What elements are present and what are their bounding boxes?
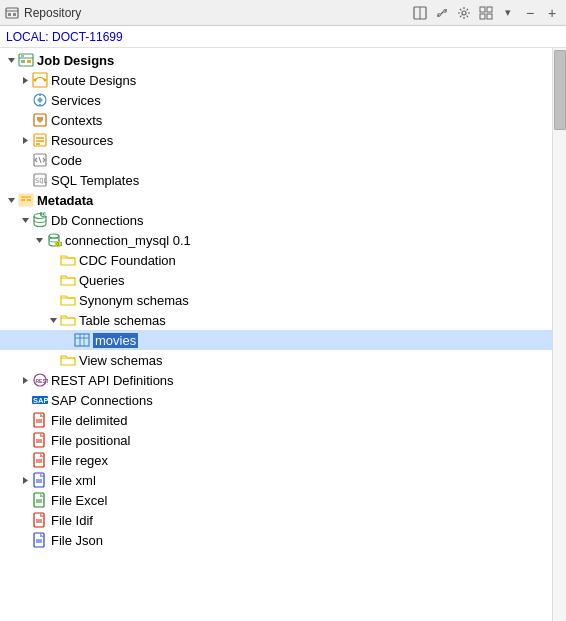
svg-point-8: [462, 11, 466, 15]
expand-icon-queries: [46, 273, 60, 287]
tree-item-services[interactable]: Services: [0, 90, 552, 110]
svg-rect-9: [480, 7, 485, 12]
file-red-icon: [32, 452, 48, 468]
rest-icon: REST: [32, 372, 48, 388]
expand-icon-route-designs[interactable]: [18, 73, 32, 87]
tree-label-view-schemas: View schemas: [79, 353, 163, 368]
expand-icon-file-json: [18, 533, 32, 547]
tree-item-rest-api[interactable]: RESTREST API Definitions: [0, 370, 552, 390]
svg-marker-50: [50, 318, 57, 323]
tree-item-sap-connections[interactable]: SAPSAP Connections: [0, 390, 552, 410]
svg-text:DB: DB: [42, 212, 49, 217]
scroll-thumb[interactable]: [554, 50, 566, 130]
tree-item-file-json[interactable]: File Json: [0, 530, 552, 550]
svg-rect-2: [8, 13, 11, 16]
tree-label-metadata: Metadata: [37, 193, 93, 208]
title-bar-left: Repository: [4, 5, 81, 21]
expand-icon-file-excel: [18, 493, 32, 507]
svg-line-33: [39, 157, 41, 163]
tree-label-sap-connections: SAP Connections: [51, 393, 153, 408]
svg-rect-51: [75, 334, 89, 346]
tree-item-movies[interactable]: movies: [0, 330, 552, 350]
expand-icon-code: [18, 153, 32, 167]
tree-label-resources: Resources: [51, 133, 113, 148]
svg-rect-16: [21, 60, 25, 63]
tree-item-table-schemas[interactable]: Table schemas: [0, 310, 552, 330]
tree-label-code: Code: [51, 153, 82, 168]
folder-icon: [60, 252, 76, 268]
svg-text:SQL: SQL: [35, 177, 48, 185]
settings-icon[interactable]: [454, 3, 474, 23]
link-icon[interactable]: [432, 3, 452, 23]
expand-icon-file-xml[interactable]: [18, 473, 32, 487]
tree-item-file-regex[interactable]: File regex: [0, 450, 552, 470]
expand-icon-sql-templates: [18, 173, 32, 187]
tree-item-resources[interactable]: Resources: [0, 130, 552, 150]
expand-icon-job-designs[interactable]: [4, 53, 18, 67]
expand-icon[interactable]: +: [542, 3, 562, 23]
tree-label-services: Services: [51, 93, 101, 108]
tree-label-file-delimited: File delimited: [51, 413, 128, 428]
tree-item-db-connections[interactable]: DBDb Connections: [0, 210, 552, 230]
title-bar-title: Repository: [24, 6, 81, 20]
tree-item-file-positional[interactable]: File positional: [0, 430, 552, 450]
svg-marker-55: [23, 377, 28, 384]
file-blue-icon: [32, 532, 48, 548]
services-icon: [32, 92, 48, 108]
tree-item-file-xml[interactable]: File xml: [0, 470, 552, 490]
tree-item-sql-templates[interactable]: SQLSQL Templates: [0, 170, 552, 190]
tree-item-metadata[interactable]: Metadata: [0, 190, 552, 210]
file-blue-icon: [32, 472, 48, 488]
svg-text:0.1: 0.1: [57, 242, 63, 247]
code-icon: [32, 152, 48, 168]
repository-icon: [4, 5, 20, 21]
tree-container: Job DesignsRoute DesignsServicesContexts…: [0, 48, 566, 621]
panel-icon[interactable]: [410, 3, 430, 23]
title-bar: Repository: [0, 0, 566, 26]
tree-label-queries: Queries: [79, 273, 125, 288]
expand-icon-connection-mysql[interactable]: [32, 233, 46, 247]
svg-rect-18: [21, 55, 24, 57]
collapse-icon[interactable]: −: [520, 3, 540, 23]
folder-icon: [60, 272, 76, 288]
file-red-icon: [32, 512, 48, 528]
expand-icon-resources[interactable]: [18, 133, 32, 147]
sql-icon: SQL: [32, 172, 48, 188]
grid-icon[interactable]: [476, 3, 496, 23]
expand-icon-contexts: [18, 113, 32, 127]
tree-item-job-designs[interactable]: Job Designs: [0, 50, 552, 70]
tree-item-view-schemas[interactable]: View schemas: [0, 350, 552, 370]
expand-icon-table-schemas[interactable]: [46, 313, 60, 327]
tree-label-cdc-foundation: CDC Foundation: [79, 253, 176, 268]
job-icon: [18, 52, 34, 68]
tree-item-file-idif[interactable]: File Idif: [0, 510, 552, 530]
tree-label-file-excel: File Excel: [51, 493, 107, 508]
expand-icon-movies: [60, 333, 74, 347]
tree-item-file-delimited[interactable]: File delimited: [0, 410, 552, 430]
route-icon: [32, 72, 48, 88]
tree-item-file-excel[interactable]: File Excel: [0, 490, 552, 510]
tree-item-queries[interactable]: Queries: [0, 270, 552, 290]
svg-marker-41: [22, 218, 29, 223]
tree-item-synonym-schemas[interactable]: Synonym schemas: [0, 290, 552, 310]
scrollbar[interactable]: [552, 48, 566, 621]
tree-item-route-designs[interactable]: Route Designs: [0, 70, 552, 90]
expand-icon-synonym-schemas: [46, 293, 60, 307]
svg-rect-40: [27, 199, 31, 201]
title-bar-controls: ▾ − +: [410, 3, 562, 23]
expand-icon-metadata[interactable]: [4, 193, 18, 207]
expand-icon-rest-api[interactable]: [18, 373, 32, 387]
metadata-icon: [18, 192, 34, 208]
svg-point-46: [49, 234, 59, 238]
tree-item-contexts[interactable]: Contexts: [0, 110, 552, 130]
expand-icon-file-positional: [18, 433, 32, 447]
dropdown-icon[interactable]: ▾: [498, 3, 518, 23]
tree-item-cdc-foundation[interactable]: CDC Foundation: [0, 250, 552, 270]
expand-icon-sap-connections: [18, 393, 32, 407]
location-text: LOCAL: DOCT-11699: [6, 30, 123, 44]
expand-icon-db-connections[interactable]: [18, 213, 32, 227]
svg-marker-13: [8, 58, 15, 63]
tree-item-connection-mysql[interactable]: 0.1connection_mysql 0.1: [0, 230, 552, 250]
table-icon: [74, 332, 90, 348]
tree-item-code[interactable]: Code: [0, 150, 552, 170]
